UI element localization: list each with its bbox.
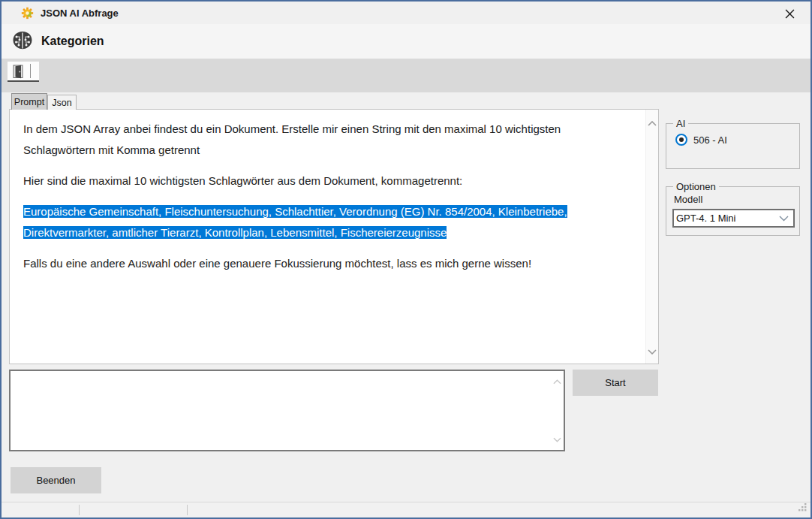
quit-button[interactable]: Beenden bbox=[11, 467, 101, 493]
model-label: Modell bbox=[674, 194, 702, 205]
prompt-paragraph: Hier sind die maximal 10 wichtigsten Sch… bbox=[23, 170, 627, 192]
tab-json[interactable]: Json bbox=[47, 95, 77, 110]
resize-grip-icon[interactable] bbox=[798, 502, 807, 515]
ai-groupbox-label: AI bbox=[673, 118, 688, 129]
response-area-wrap bbox=[9, 370, 565, 451]
vertical-scrollbar[interactable] bbox=[645, 110, 658, 364]
tab-prompt-label: Prompt bbox=[14, 97, 44, 107]
statusbar bbox=[2, 502, 810, 517]
chevron-down-icon[interactable] bbox=[648, 344, 657, 358]
start-button[interactable]: Start bbox=[573, 370, 658, 396]
tab-json-label: Json bbox=[52, 98, 71, 108]
response-input[interactable] bbox=[9, 370, 565, 451]
options-groupbox-label: Optionen bbox=[673, 181, 719, 192]
app-window: JSON AI Abfrage bbox=[0, 0, 812, 519]
ai-radio-option[interactable]: 506 - AI bbox=[675, 134, 727, 146]
statusbar-separator bbox=[187, 505, 188, 515]
open-door-icon bbox=[13, 65, 24, 79]
tab-prompt[interactable]: Prompt bbox=[11, 93, 47, 110]
gear-icon bbox=[21, 7, 34, 20]
toolbar bbox=[2, 59, 810, 92]
options-groupbox: Optionen Modell GPT-4. 1 Mini bbox=[666, 186, 800, 236]
chevron-down-icon bbox=[779, 216, 789, 222]
selected-text: Europäische Gemeinschaft, Fleischuntersu… bbox=[23, 205, 567, 239]
toolbar-separator bbox=[30, 64, 31, 78]
page-header: Kategorien bbox=[2, 24, 810, 59]
titlebar[interactable]: JSON AI Abfrage bbox=[2, 2, 810, 24]
prompt-paragraph: Falls du eine andere Auswahl oder eine g… bbox=[23, 253, 627, 274]
ai-radio-label: 506 - AI bbox=[693, 134, 727, 146]
chevron-up-icon[interactable] bbox=[648, 116, 657, 129]
prompt-output-text: In dem JSON Array anbei findest du ein D… bbox=[23, 119, 627, 274]
statusbar-separator bbox=[79, 505, 80, 515]
window-title: JSON AI Abfrage bbox=[41, 8, 119, 19]
model-select-value: GPT-4. 1 Mini bbox=[674, 213, 779, 224]
page-title: Kategorien bbox=[41, 35, 104, 48]
exit-toolbar-button[interactable] bbox=[8, 62, 39, 82]
model-select[interactable]: GPT-4. 1 Mini bbox=[672, 209, 795, 228]
radio-selected-icon[interactable] bbox=[675, 134, 687, 146]
prompt-paragraph-highlighted: Europäische Gemeinschaft, Fleischuntersu… bbox=[23, 201, 627, 243]
brain-circuit-icon bbox=[11, 29, 35, 53]
ai-groupbox: AI 506 - AI bbox=[666, 123, 800, 169]
prompt-paragraph: In dem JSON Array anbei findest du ein D… bbox=[23, 119, 627, 161]
prompt-output-panel[interactable]: In dem JSON Array anbei findest du ein D… bbox=[9, 109, 659, 364]
close-icon[interactable] bbox=[779, 5, 800, 23]
